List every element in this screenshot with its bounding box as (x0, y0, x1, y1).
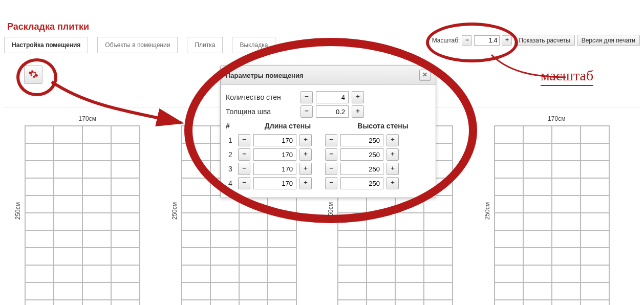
tab-tile[interactable]: Плитка (187, 37, 223, 53)
tile-cell[interactable] (581, 143, 609, 161)
tile-cell[interactable] (268, 195, 296, 213)
tile-cell[interactable] (111, 195, 140, 213)
tile-cell[interactable] (581, 300, 609, 305)
seam-plus[interactable]: + (352, 105, 364, 118)
tile-cell[interactable] (210, 213, 239, 230)
tile-cell[interactable] (552, 195, 581, 213)
length-input[interactable] (253, 177, 296, 189)
tile-cell[interactable] (581, 126, 609, 143)
tile-cell[interactable] (82, 300, 111, 305)
tile-cell[interactable] (210, 265, 239, 282)
tile-cell[interactable] (25, 265, 54, 282)
tile-cell[interactable] (82, 195, 111, 213)
length-plus[interactable]: + (299, 177, 312, 189)
tile-cell[interactable] (54, 248, 82, 265)
seam-minus[interactable]: − (300, 105, 313, 118)
tile-cell[interactable] (367, 248, 395, 265)
tile-cell[interactable] (268, 213, 296, 230)
tile-cell[interactable] (523, 230, 552, 248)
tile-cell[interactable] (367, 265, 395, 282)
tile-cell[interactable] (495, 230, 523, 248)
length-minus[interactable]: − (238, 134, 250, 146)
tile-cell[interactable] (552, 300, 581, 305)
tile-cell[interactable] (367, 195, 395, 213)
tile-cell[interactable] (239, 265, 268, 282)
tile-cell[interactable] (495, 178, 523, 195)
tile-cell[interactable] (210, 300, 239, 305)
tile-cell[interactable] (424, 230, 453, 248)
tile-cell[interactable] (424, 265, 453, 282)
walls-count-input[interactable] (316, 91, 349, 103)
tile-cell[interactable] (54, 178, 82, 195)
tile-cell[interactable] (495, 248, 523, 265)
tile-cell[interactable] (581, 178, 609, 195)
tile-cell[interactable] (581, 230, 609, 248)
tile-cell[interactable] (268, 265, 296, 282)
tile-cell[interactable] (239, 300, 268, 305)
tile-cell[interactable] (495, 300, 523, 305)
wall-grid[interactable] (25, 125, 140, 305)
height-minus[interactable]: − (325, 148, 337, 161)
tile-cell[interactable] (25, 143, 54, 161)
tile-cell[interactable] (581, 195, 609, 213)
tile-cell[interactable] (25, 213, 54, 230)
tile-cell[interactable] (338, 195, 367, 213)
height-minus[interactable]: − (325, 134, 337, 146)
tile-cell[interactable] (395, 300, 424, 305)
tile-cell[interactable] (54, 265, 82, 282)
tile-cell[interactable] (523, 300, 552, 305)
tile-cell[interactable] (338, 248, 367, 265)
tile-cell[interactable] (424, 213, 453, 230)
tile-cell[interactable] (395, 265, 424, 282)
scale-input[interactable] (474, 35, 500, 46)
tile-cell[interactable] (523, 195, 552, 213)
tile-cell[interactable] (111, 178, 140, 195)
tile-cell[interactable] (82, 161, 111, 178)
tile-cell[interactable] (82, 178, 111, 195)
length-minus[interactable]: − (238, 148, 250, 161)
length-plus[interactable]: + (299, 163, 312, 175)
tile-cell[interactable] (210, 195, 239, 213)
height-minus[interactable]: − (325, 177, 337, 189)
tile-cell[interactable] (424, 195, 453, 213)
tile-cell[interactable] (54, 300, 82, 305)
tile-cell[interactable] (581, 161, 609, 178)
height-plus[interactable]: + (387, 177, 399, 189)
tile-cell[interactable] (25, 282, 54, 300)
tile-cell[interactable] (111, 161, 140, 178)
tile-cell[interactable] (210, 282, 239, 300)
tile-cell[interactable] (424, 300, 453, 305)
height-input[interactable] (340, 134, 383, 146)
tile-cell[interactable] (182, 178, 210, 195)
show-calc-button[interactable]: Показать расчеты (514, 35, 574, 46)
tile-cell[interactable] (581, 282, 609, 300)
height-plus[interactable]: + (387, 163, 399, 175)
tile-cell[interactable] (239, 282, 268, 300)
tile-cell[interactable] (111, 265, 140, 282)
tile-cell[interactable] (82, 213, 111, 230)
tile-cell[interactable] (25, 161, 54, 178)
tile-cell[interactable] (54, 143, 82, 161)
tile-cell[interactable] (395, 213, 424, 230)
tile-cell[interactable] (182, 161, 210, 178)
height-plus[interactable]: + (387, 148, 399, 161)
tile-cell[interactable] (495, 143, 523, 161)
tab-room-settings[interactable]: Настройка помещения (4, 37, 88, 53)
tile-cell[interactable] (268, 248, 296, 265)
tile-cell[interactable] (54, 282, 82, 300)
tile-cell[interactable] (338, 213, 367, 230)
tile-cell[interactable] (111, 248, 140, 265)
tile-cell[interactable] (495, 195, 523, 213)
tile-cell[interactable] (552, 126, 581, 143)
scale-minus-button[interactable]: − (462, 35, 472, 46)
tile-cell[interactable] (182, 143, 210, 161)
tile-cell[interactable] (523, 126, 552, 143)
tile-cell[interactable] (581, 248, 609, 265)
tile-cell[interactable] (552, 161, 581, 178)
tile-cell[interactable] (523, 161, 552, 178)
tile-cell[interactable] (25, 300, 54, 305)
tile-cell[interactable] (523, 143, 552, 161)
tile-cell[interactable] (182, 213, 210, 230)
tile-cell[interactable] (552, 143, 581, 161)
tile-cell[interactable] (338, 230, 367, 248)
